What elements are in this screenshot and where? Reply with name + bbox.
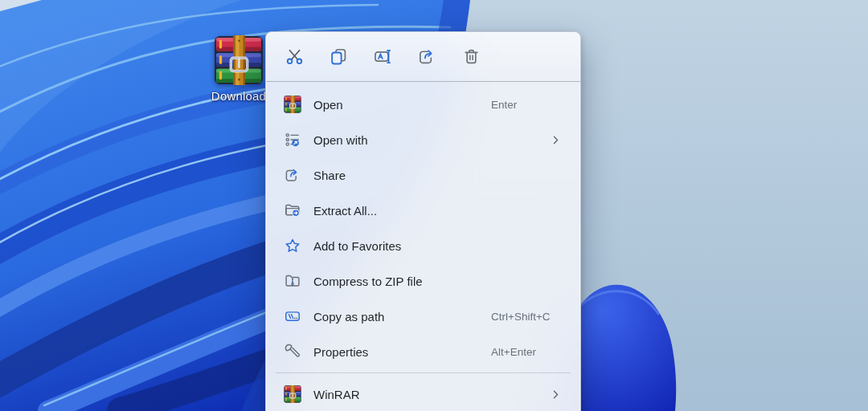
share-icon bbox=[417, 47, 437, 67]
cut-icon bbox=[285, 47, 305, 67]
winrar-archive-icon bbox=[213, 35, 264, 85]
open-with-icon bbox=[284, 131, 301, 149]
favorites-icon bbox=[284, 237, 301, 254]
context-menu-command-bar bbox=[266, 32, 580, 82]
menu-item-copy-as-path[interactable]: Copy as pathCtrl+Shift+C bbox=[270, 299, 576, 334]
menu-item-label: WinRAR bbox=[313, 388, 360, 401]
desktop-icon-label: Download bbox=[211, 89, 266, 103]
menu-item-shortcut: Ctrl+Shift+C bbox=[491, 311, 551, 323]
menu-item-extract-all[interactable]: Extract All... bbox=[270, 193, 576, 228]
share-button[interactable] bbox=[411, 40, 442, 74]
menu-item-shortcut: Alt+Enter bbox=[491, 346, 536, 358]
menu-separator bbox=[276, 372, 571, 373]
chevron-right-icon bbox=[548, 132, 563, 148]
menu-item-label: Add to Favorites bbox=[313, 239, 401, 253]
winrar-icon bbox=[284, 96, 301, 113]
extract-all-icon bbox=[284, 201, 301, 219]
desktop-icon-download[interactable]: Download bbox=[203, 35, 275, 103]
context-menu: OpenEnter Open with Share Extract All...… bbox=[265, 31, 581, 411]
winrar-icon bbox=[284, 385, 301, 403]
menu-item-open-with[interactable]: Open with bbox=[270, 122, 576, 157]
menu-item-label: Properties bbox=[313, 345, 368, 359]
menu-item-label: Copy as path bbox=[313, 310, 384, 324]
rename-icon bbox=[373, 47, 393, 67]
copy-path-icon bbox=[284, 307, 301, 325]
copy-button[interactable] bbox=[323, 40, 354, 74]
menu-item-compress-to-zip-file[interactable]: Compress to ZIP file bbox=[270, 263, 576, 299]
menu-item-open[interactable]: OpenEnter bbox=[270, 87, 576, 122]
desktop: Download bbox=[0, 0, 868, 411]
menu-item-label: Extract All... bbox=[313, 204, 377, 218]
menu-item-label: Compress to ZIP file bbox=[313, 275, 423, 288]
zip-icon bbox=[284, 272, 301, 290]
menu-item-properties[interactable]: PropertiesAlt+Enter bbox=[270, 334, 576, 369]
rename-button[interactable] bbox=[367, 40, 398, 74]
delete-icon bbox=[461, 47, 481, 67]
menu-item-label: Open bbox=[313, 98, 343, 112]
cut-button[interactable] bbox=[279, 40, 309, 74]
share-icon bbox=[284, 166, 301, 184]
menu-item-add-to-favorites[interactable]: Add to Favorites bbox=[270, 228, 576, 263]
context-menu-items: OpenEnter Open with Share Extract All...… bbox=[266, 82, 580, 411]
menu-item-winrar[interactable]: WinRAR bbox=[270, 376, 576, 411]
chevron-right-icon bbox=[548, 387, 563, 402]
menu-item-share[interactable]: Share bbox=[270, 157, 576, 193]
menu-item-label: Open with bbox=[313, 133, 368, 147]
copy-icon bbox=[329, 47, 349, 67]
delete-button[interactable] bbox=[456, 40, 486, 74]
properties-icon bbox=[284, 343, 301, 360]
menu-item-label: Share bbox=[313, 169, 346, 182]
menu-item-shortcut: Enter bbox=[491, 99, 517, 111]
